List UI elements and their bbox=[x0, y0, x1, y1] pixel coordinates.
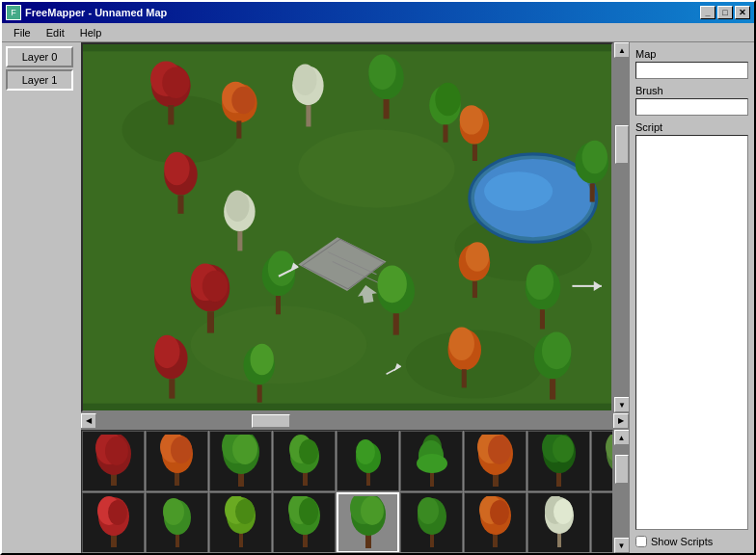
v-scroll-track[interactable] bbox=[614, 58, 629, 397]
tile-v-scroll-track[interactable] bbox=[614, 445, 630, 538]
svg-rect-71 bbox=[462, 369, 467, 387]
h-scroll-thumb[interactable] bbox=[252, 414, 290, 428]
menu-file[interactable]: File bbox=[6, 25, 39, 40]
menu-edit[interactable]: Edit bbox=[39, 25, 72, 40]
svg-point-17 bbox=[162, 67, 189, 98]
svg-rect-51 bbox=[276, 296, 281, 314]
show-scripts-checkbox[interactable] bbox=[635, 536, 647, 547]
show-scripts-row: Show Scripts bbox=[635, 536, 748, 547]
minimize-button[interactable]: _ bbox=[700, 6, 716, 19]
svg-rect-40 bbox=[177, 196, 183, 214]
svg-rect-140 bbox=[557, 532, 561, 547]
script-label: Script bbox=[635, 121, 748, 133]
title-buttons: _ □ ✕ bbox=[700, 6, 750, 19]
script-textarea[interactable] bbox=[635, 135, 748, 530]
svg-rect-48 bbox=[207, 311, 214, 332]
svg-point-132 bbox=[361, 496, 384, 525]
scroll-up-button[interactable]: ▲ bbox=[614, 42, 629, 58]
map-svg bbox=[83, 44, 611, 410]
svg-point-33 bbox=[460, 105, 483, 134]
scroll-down-button[interactable]: ▼ bbox=[614, 397, 629, 412]
svg-point-21 bbox=[231, 87, 255, 114]
v-scroll-thumb[interactable] bbox=[615, 125, 629, 164]
svg-point-94 bbox=[299, 439, 318, 464]
svg-rect-37 bbox=[590, 183, 595, 201]
svg-rect-43 bbox=[237, 231, 242, 251]
layers-panel: Layer 0 Layer 1 bbox=[2, 42, 81, 553]
map-horizontal-scrollbar[interactable]: ◀ ▶ bbox=[81, 412, 629, 428]
svg-rect-98 bbox=[430, 471, 434, 487]
tile-v-scroll-thumb[interactable] bbox=[615, 455, 629, 484]
tile-vertical-scrollbar[interactable]: ▲ ▼ bbox=[613, 430, 629, 553]
svg-point-128 bbox=[299, 498, 318, 525]
svg-point-47 bbox=[202, 271, 228, 302]
tile-2[interactable] bbox=[209, 431, 272, 491]
layer-1-button[interactable]: Layer 1 bbox=[6, 69, 73, 91]
svg-rect-25 bbox=[306, 105, 310, 126]
scroll-left-button[interactable]: ◀ bbox=[81, 413, 96, 429]
tile-9[interactable] bbox=[82, 492, 145, 553]
svg-rect-31 bbox=[443, 124, 447, 142]
tile-16[interactable] bbox=[527, 492, 590, 553]
main-content: Layer 0 Layer 1 bbox=[2, 42, 754, 553]
svg-point-24 bbox=[293, 65, 316, 95]
svg-point-70 bbox=[449, 328, 474, 361]
brush-input[interactable] bbox=[635, 98, 748, 116]
tile-11[interactable] bbox=[209, 492, 272, 553]
brush-section: Brush bbox=[635, 85, 748, 116]
svg-point-117 bbox=[108, 500, 127, 525]
tile-7[interactable] bbox=[527, 431, 590, 491]
svg-point-120 bbox=[163, 498, 184, 525]
svg-rect-22 bbox=[236, 120, 241, 138]
svg-rect-18 bbox=[168, 105, 174, 124]
svg-point-59 bbox=[526, 265, 554, 301]
tile-14[interactable] bbox=[400, 492, 463, 553]
map-input[interactable] bbox=[635, 62, 748, 79]
h-scroll-track[interactable] bbox=[96, 413, 613, 429]
tile-13[interactable] bbox=[337, 492, 399, 553]
tile-5[interactable] bbox=[400, 431, 463, 491]
svg-rect-65 bbox=[169, 379, 175, 398]
svg-rect-68 bbox=[257, 384, 262, 402]
map-vertical-scrollbar[interactable]: ▲ ▼ bbox=[613, 42, 629, 412]
tile-4[interactable] bbox=[337, 431, 399, 491]
svg-point-124 bbox=[235, 499, 255, 524]
svg-rect-28 bbox=[384, 99, 390, 119]
tile-10[interactable] bbox=[146, 492, 208, 553]
tile-3[interactable] bbox=[273, 431, 336, 491]
svg-point-135 bbox=[418, 497, 439, 524]
svg-point-67 bbox=[251, 344, 274, 375]
scroll-right-button[interactable]: ▶ bbox=[613, 413, 629, 429]
svg-point-112 bbox=[606, 435, 614, 462]
svg-rect-54 bbox=[393, 313, 399, 334]
svg-point-86 bbox=[171, 436, 192, 463]
show-scripts-label: Show Scripts bbox=[651, 536, 713, 547]
layer-0-button[interactable]: Layer 0 bbox=[6, 46, 73, 67]
svg-point-82 bbox=[105, 436, 128, 465]
menu-help[interactable]: Help bbox=[72, 25, 110, 40]
title-bar: F FreeMapper - Unnamed Map _ □ ✕ bbox=[2, 2, 754, 23]
app-icon: F bbox=[6, 5, 21, 20]
svg-rect-60 bbox=[540, 309, 545, 329]
tile-15[interactable] bbox=[464, 492, 526, 553]
svg-rect-57 bbox=[472, 281, 477, 298]
tile-scroll-down-button[interactable]: ▼ bbox=[614, 538, 630, 553]
tile-0[interactable] bbox=[82, 431, 145, 491]
tile-6[interactable] bbox=[464, 431, 526, 491]
svg-point-36 bbox=[582, 141, 608, 174]
tile-8[interactable] bbox=[591, 431, 613, 491]
maximize-button[interactable]: □ bbox=[717, 6, 733, 19]
svg-point-30 bbox=[435, 83, 460, 117]
title-text: FreeMapper - Unnamed Map bbox=[25, 7, 167, 18]
svg-rect-74 bbox=[550, 379, 555, 399]
svg-point-105 bbox=[488, 436, 511, 464]
map-viewport[interactable] bbox=[81, 42, 613, 412]
tile-12[interactable] bbox=[273, 492, 336, 553]
svg-rect-121 bbox=[239, 532, 243, 547]
script-section: Script bbox=[635, 121, 748, 530]
close-button[interactable]: ✕ bbox=[735, 6, 750, 19]
tile-1[interactable] bbox=[146, 431, 208, 491]
svg-point-27 bbox=[368, 54, 395, 90]
svg-point-109 bbox=[553, 436, 574, 462]
tile-scroll-up-button[interactable]: ▲ bbox=[614, 430, 630, 445]
